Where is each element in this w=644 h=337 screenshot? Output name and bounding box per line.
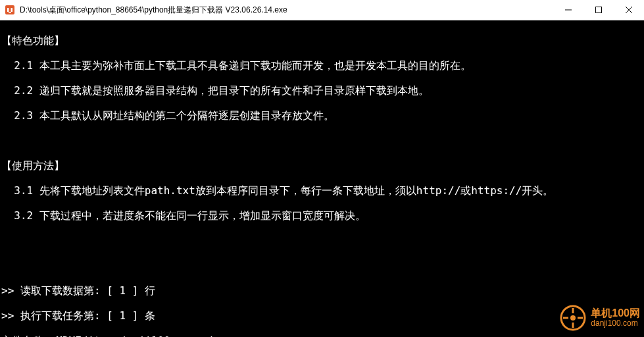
blank-line xyxy=(1,134,644,147)
watermark-text: 单机100网 danji100.com xyxy=(591,308,640,327)
blank-line xyxy=(1,234,644,247)
usage-item: 3.1 先将下载地址列表文件path.txt放到本程序同目录下，每行一条下载地址… xyxy=(1,184,644,197)
app-icon xyxy=(5,5,15,15)
watermark: 单机100网 danji100.com xyxy=(559,304,640,332)
minimize-button[interactable] xyxy=(553,0,583,20)
features-header: 【特色功能】 xyxy=(1,34,644,47)
svg-point-7 xyxy=(570,315,576,321)
console-output[interactable]: 【特色功能】 2.1 本工具主要为弥补市面上下载工具不具备递归下载功能而开发，也… xyxy=(0,20,644,337)
watermark-logo-icon xyxy=(559,304,587,332)
usage-header: 【使用方法】 xyxy=(1,159,644,172)
window-titlebar: D:\tools\桌面\office\python_886654\python批… xyxy=(0,0,644,20)
window-title: D:\tools\桌面\office\python_886654\python批… xyxy=(20,5,553,16)
features-item: 2.1 本工具主要为弥补市面上下载工具不具备递归下载功能而开发，也是开发本工具的… xyxy=(1,59,644,72)
close-button[interactable] xyxy=(614,0,644,20)
svg-rect-3 xyxy=(596,7,602,13)
svg-rect-0 xyxy=(5,5,14,14)
task-read-line: >> 读取下载数据第: [ 1 ] 行 xyxy=(1,284,644,297)
window-controls xyxy=(553,0,644,20)
features-item: 2.3 本工具默认从网址结构的第二个分隔符逐层创建目录存放文件。 xyxy=(1,109,644,122)
usage-item: 3.2 下载过程中，若进度条不能在同一行显示，增加显示窗口宽度可解决。 xyxy=(1,209,644,222)
task-exec-line: >> 执行下载任务第: [ 1 ] 条 xyxy=(1,309,644,322)
blank-line xyxy=(1,259,644,272)
maximize-button[interactable] xyxy=(583,0,614,20)
svg-rect-1 xyxy=(9,12,11,13)
watermark-name: 单机100网 xyxy=(591,308,640,319)
features-item: 2.2 递归下载就是按照服务器目录结构，把目录下的所有文件和子目录原样下载到本地… xyxy=(1,84,644,97)
watermark-url: danji100.com xyxy=(591,319,640,328)
task-filename: 文件名称: MDXEditor_danji100.com.zip xyxy=(1,334,644,337)
